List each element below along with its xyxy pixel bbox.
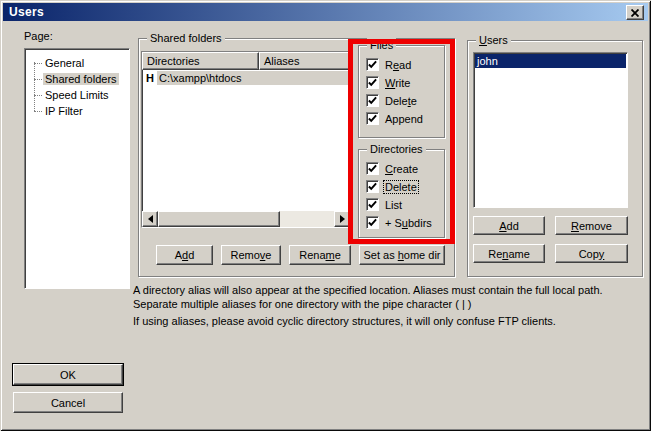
- remove-user-button[interactable]: Remove: [555, 216, 628, 235]
- page-tree: General Shared folders Speed Limits IP F…: [24, 48, 130, 289]
- horizontal-scrollbar[interactable]: [142, 211, 350, 227]
- user-list-item[interactable]: john: [475, 54, 626, 68]
- shared-folders-table: Directories Aliases H C:\xampp\htdocs: [141, 51, 351, 228]
- table-empty-area: [142, 86, 350, 211]
- checkbox-dirs-list[interactable]: List: [366, 198, 440, 211]
- scrollbar-thumb[interactable]: [158, 211, 280, 227]
- directories-group-label: Directories: [367, 142, 426, 156]
- checkbox-box[interactable]: [366, 112, 379, 125]
- tree-stub-icon: [34, 111, 42, 112]
- rename-user-button[interactable]: Rename: [473, 244, 545, 263]
- users-dialog: Users Page: General Shared folders Speed…: [0, 0, 651, 431]
- checkbox-box[interactable]: [366, 58, 379, 71]
- users-group-label: Users: [476, 33, 511, 47]
- add-folder-button[interactable]: Add: [156, 245, 213, 265]
- checkbox-files-read[interactable]: Read: [366, 58, 440, 71]
- checkbox-box[interactable]: [366, 198, 379, 211]
- copy-user-button[interactable]: Copy: [555, 244, 628, 263]
- page-item-general[interactable]: General: [25, 55, 129, 71]
- ok-button[interactable]: OK: [13, 364, 123, 385]
- page-item-ip-filter[interactable]: IP Filter: [25, 103, 129, 119]
- title-bar[interactable]: Users: [3, 3, 648, 21]
- set-home-dir-button[interactable]: Set as home dir: [359, 245, 445, 265]
- remove-folder-button[interactable]: Remove: [221, 245, 281, 265]
- cancel-button[interactable]: Cancel: [13, 392, 123, 413]
- home-dir-marker: H: [146, 72, 154, 84]
- alias-description-text: A directory alias will also appear at th…: [133, 283, 645, 311]
- files-group-label: Files: [367, 38, 396, 52]
- checkbox-dirs-delete[interactable]: Delete: [366, 180, 440, 193]
- users-list[interactable]: john: [473, 52, 628, 208]
- close-icon: [631, 9, 639, 17]
- tree-stub-icon: [34, 95, 42, 96]
- checkbox-box[interactable]: [366, 180, 379, 193]
- table-row[interactable]: H C:\xampp\htdocs: [142, 70, 350, 86]
- window-title: Users: [9, 5, 44, 19]
- add-user-button[interactable]: Add: [473, 216, 545, 235]
- checkbox-files-write[interactable]: Write: [366, 76, 440, 89]
- shared-folders-group-label: Shared folders: [147, 31, 225, 45]
- table-header: Directories Aliases: [142, 52, 350, 70]
- page-item-shared-folders[interactable]: Shared folders: [25, 71, 129, 87]
- column-header-directories[interactable]: Directories: [142, 52, 259, 70]
- close-button[interactable]: [626, 5, 644, 20]
- checkbox-dirs-subdirs[interactable]: + Subdirs: [366, 216, 440, 229]
- checkbox-box[interactable]: [366, 94, 379, 107]
- checkbox-files-append[interactable]: Append: [366, 112, 440, 125]
- tree-stub-icon: [34, 79, 42, 80]
- page-item-speed-limits[interactable]: Speed Limits: [25, 87, 129, 103]
- page-label: Page:: [24, 30, 53, 42]
- checkbox-box[interactable]: [366, 76, 379, 89]
- checkbox-box[interactable]: [366, 216, 379, 229]
- arrow-left-icon: [148, 215, 153, 223]
- alias-warning-text: If using aliases, please avoid cyclic di…: [133, 314, 645, 328]
- files-permissions-group: Files Read Write Delete Append: [358, 45, 445, 138]
- directory-cell[interactable]: C:\xampp\htdocs: [157, 71, 350, 85]
- checkbox-box[interactable]: [366, 162, 379, 175]
- scroll-right-button[interactable]: [334, 211, 350, 227]
- scrollbar-track[interactable]: [280, 211, 334, 227]
- directories-permissions-group: Directories Create Delete List + Subdirs: [358, 149, 445, 238]
- column-header-aliases[interactable]: Aliases: [259, 52, 350, 70]
- checkbox-dirs-create[interactable]: Create: [366, 162, 440, 175]
- rename-folder-button[interactable]: Rename: [289, 245, 351, 265]
- arrow-right-icon: [340, 215, 345, 223]
- scroll-left-button[interactable]: [142, 211, 158, 227]
- checkbox-files-delete[interactable]: Delete: [366, 94, 440, 107]
- tree-stub-icon: [34, 63, 42, 64]
